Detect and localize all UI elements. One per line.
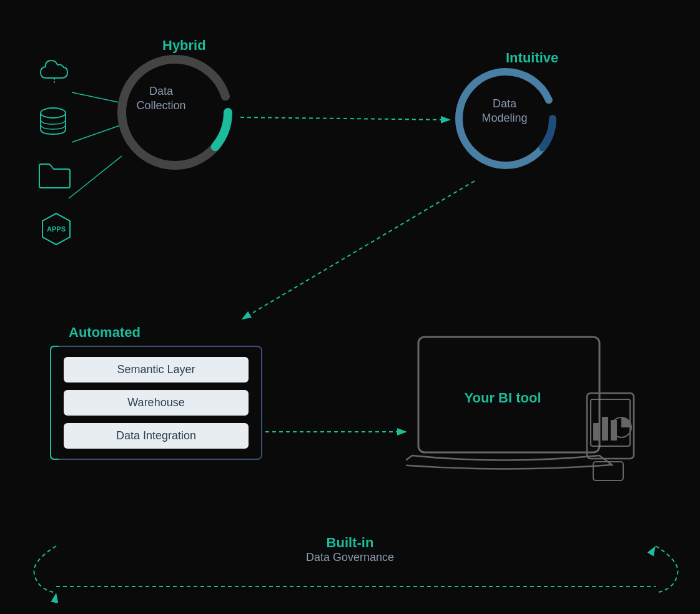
warehouse-pill: Warehouse <box>64 390 249 416</box>
arrows-svg <box>0 0 700 614</box>
builtin-label: Built-in Data Governance <box>306 535 394 564</box>
automated-box: Automated Semantic Layer Warehouse Data … <box>50 324 262 460</box>
hybrid-label: Hybrid <box>162 37 206 54</box>
database-icon <box>37 105 75 142</box>
svg-rect-20 <box>602 417 608 441</box>
data-integration-pill: Data Integration <box>64 423 249 449</box>
semantic-layer-pill: Semantic Layer <box>64 357 249 383</box>
builtin-sub: Data Governance <box>306 551 394 564</box>
svg-text:APPS: APPS <box>47 225 66 233</box>
source-icons: APPS <box>37 56 75 250</box>
automated-inner: Semantic Layer Warehouse Data Integratio… <box>50 346 262 460</box>
builtin-bold: Built-in <box>306 535 394 551</box>
apps-icon: APPS <box>37 210 75 250</box>
svg-text:Your BI tool: Your BI tool <box>464 390 541 406</box>
data-collection-label: DataCollection <box>124 84 199 114</box>
svg-rect-19 <box>593 423 599 441</box>
automated-label: Automated <box>69 324 262 341</box>
svg-point-8 <box>41 108 66 118</box>
bi-tool-box: Your BI tool <box>406 331 643 495</box>
folder-icon <box>37 161 75 192</box>
intuitive-label: Intuitive <box>506 50 558 66</box>
main-canvas: APPS Hybrid DataCollection Intuitive Dat… <box>0 0 700 614</box>
svg-line-0 <box>240 117 448 120</box>
cloud-icon <box>37 56 75 87</box>
svg-line-1 <box>244 181 475 318</box>
data-modeling-label: DataModeling <box>455 97 555 126</box>
